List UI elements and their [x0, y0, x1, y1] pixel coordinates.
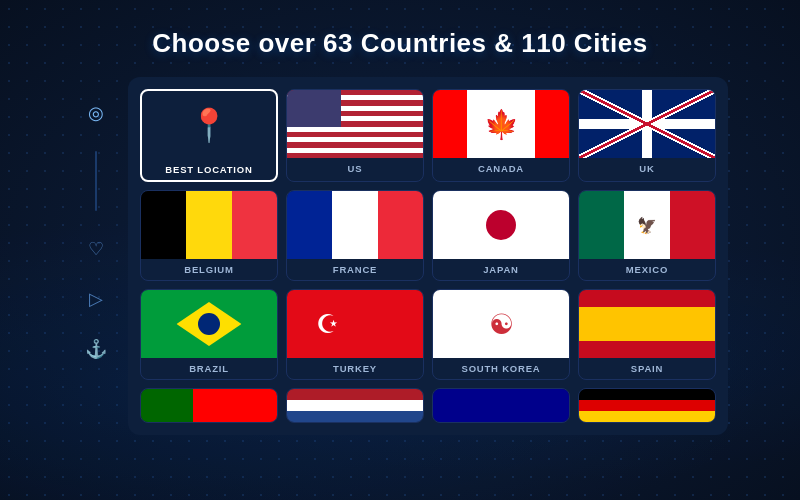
card-france[interactable]: FRANCE [286, 190, 424, 281]
card-turkey-label: TURKEY [329, 358, 381, 379]
card-turkey[interactable]: TURKEY [286, 289, 424, 380]
southkorea-flag-graphic [433, 290, 569, 358]
play-icon[interactable]: ▷ [80, 283, 112, 315]
country-grid: 📍 BEST LOCATION US CANADA UK [140, 89, 716, 423]
card-us-label: US [344, 158, 367, 179]
spain-flag-graphic [579, 290, 715, 358]
turkey-flag-graphic [287, 290, 423, 358]
card-south-korea-label: SOUTH KOREA [458, 358, 545, 379]
flag-us [287, 90, 423, 158]
flag-turkey [287, 290, 423, 358]
card-japan-label: JAPAN [479, 259, 523, 280]
card-portugal[interactable] [140, 388, 278, 423]
card-us[interactable]: US [286, 89, 424, 182]
card-japan[interactable]: JAPAN [432, 190, 570, 281]
sidebar-divider [95, 151, 97, 211]
compass-icon[interactable]: ◎ [80, 97, 112, 129]
belgium-flag-graphic [141, 191, 277, 259]
mexico-flag-graphic [579, 191, 715, 259]
card-uk[interactable]: UK [578, 89, 716, 182]
card-uk-label: UK [635, 158, 658, 179]
france-flag-graphic [287, 191, 423, 259]
brazil-flag-graphic [141, 290, 277, 358]
australia-flag-graphic [433, 389, 569, 422]
flag-southkorea [433, 290, 569, 358]
location-pin-icon: 📍 [142, 91, 276, 159]
country-grid-panel: 📍 BEST LOCATION US CANADA UK [128, 77, 728, 435]
card-belgium[interactable]: BELGIUM [140, 190, 278, 281]
flag-japan [433, 191, 569, 259]
card-canada-label: CANADA [474, 158, 528, 179]
us-flag-graphic [287, 90, 423, 158]
card-best-location[interactable]: 📍 BEST LOCATION [140, 89, 278, 182]
card-brazil[interactable]: BRAZIL [140, 289, 278, 380]
card-mexico-label: MEXICO [622, 259, 672, 280]
flag-france [287, 191, 423, 259]
main-content: ◎ ♡ ▷ ⚓ 📍 BEST LOCATION US CANAD [0, 77, 800, 435]
card-south-korea[interactable]: SOUTH KOREA [432, 289, 570, 380]
flag-mexico [579, 191, 715, 259]
sidebar: ◎ ♡ ▷ ⚓ [72, 87, 120, 375]
best-location-label: BEST LOCATION [161, 159, 256, 180]
card-netherlands[interactable] [286, 388, 424, 423]
flag-canada [433, 90, 569, 158]
card-belgium-label: BELGIUM [180, 259, 237, 280]
portugal-flag-graphic [141, 389, 277, 422]
flag-uk [579, 90, 715, 158]
page-title: Choose over 63 Countries & 110 Cities [20, 28, 780, 59]
card-spain[interactable]: SPAIN [578, 289, 716, 380]
japan-flag-graphic [433, 191, 569, 259]
card-mexico[interactable]: MEXICO [578, 190, 716, 281]
page-header: Choose over 63 Countries & 110 Cities [0, 0, 800, 77]
flag-belgium [141, 191, 277, 259]
netherlands-flag-graphic [287, 389, 423, 422]
anchor-icon[interactable]: ⚓ [80, 333, 112, 365]
card-france-label: FRANCE [329, 259, 381, 280]
card-australia[interactable] [432, 388, 570, 423]
heart-icon[interactable]: ♡ [80, 233, 112, 265]
flag-spain [579, 290, 715, 358]
germany-flag-graphic [579, 389, 715, 422]
flag-brazil [141, 290, 277, 358]
card-canada[interactable]: CANADA [432, 89, 570, 182]
uk-flag-graphic [579, 90, 715, 158]
card-spain-label: SPAIN [627, 358, 667, 379]
card-brazil-label: BRAZIL [185, 358, 233, 379]
canada-flag-graphic [433, 90, 569, 158]
card-germany[interactable] [578, 388, 716, 423]
